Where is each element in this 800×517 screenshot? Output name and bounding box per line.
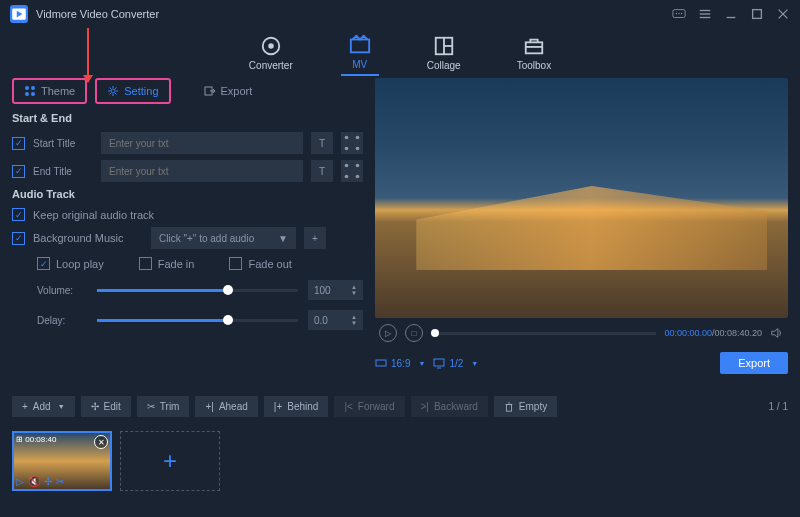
label-start-title: Start Title <box>33 138 93 149</box>
mv-icon <box>349 34 371 56</box>
checkbox-loop[interactable] <box>37 257 50 270</box>
svg-point-27 <box>345 136 349 140</box>
video-thumbnail[interactable]: ⊞ 00:08:40 ✕ ▷ 🔇 ✢ ✂ <box>12 431 112 491</box>
svg-point-29 <box>345 147 349 151</box>
chevron-down-icon: ▼ <box>418 360 425 367</box>
svg-point-28 <box>356 136 360 140</box>
label-end-title: End Title <box>33 166 93 177</box>
export-button[interactable]: Export <box>720 352 788 374</box>
label-volume: Volume: <box>37 285 87 296</box>
thumb-mute-icon[interactable]: 🔇 <box>28 476 40 487</box>
titlebar: Vidmore Video Converter <box>0 0 800 28</box>
feedback-icon[interactable] <box>672 7 686 21</box>
checkbox-fadein[interactable] <box>139 257 152 270</box>
forward-icon: |< <box>344 401 352 412</box>
thumb-edit-icon[interactable]: ✢ <box>44 476 52 487</box>
add-video-button[interactable]: + <box>120 431 220 491</box>
tab-toolbox[interactable]: Toolbox <box>509 31 559 75</box>
behind-icon: |+ <box>274 401 282 412</box>
minimize-icon[interactable] <box>724 7 738 21</box>
text-options-button[interactable] <box>341 132 363 154</box>
app-logo-icon <box>10 5 28 23</box>
time-display: 00:00:00.00/00:08:40.20 <box>664 328 762 338</box>
spinner-volume[interactable]: 100 ▲▼ <box>308 280 363 300</box>
tab-collage[interactable]: Collage <box>419 31 469 75</box>
svg-rect-10 <box>753 10 762 19</box>
plus-icon: + <box>22 401 28 412</box>
volume-icon[interactable] <box>770 326 784 340</box>
dropdown-bg-music[interactable]: Click "+" to add audio ▼ <box>151 227 296 249</box>
collage-icon <box>433 35 455 57</box>
aspect-ratio-selector[interactable]: 16:9 ▼ <box>375 357 425 369</box>
edit-button[interactable]: ✢Edit <box>81 396 131 417</box>
input-end-title[interactable] <box>101 160 303 182</box>
svg-rect-19 <box>526 42 543 53</box>
slider-delay[interactable] <box>97 319 298 322</box>
converter-icon <box>260 35 282 57</box>
slider-volume[interactable] <box>97 289 298 292</box>
add-button[interactable]: +Add▼ <box>12 396 75 417</box>
thumb-play-icon[interactable]: ▷ <box>16 476 24 487</box>
thumbnail-strip: ⊞ 00:08:40 ✕ ▷ 🔇 ✢ ✂ + <box>0 425 800 497</box>
display-icon <box>433 357 445 369</box>
checkbox-start-title[interactable] <box>12 137 25 150</box>
stop-button[interactable]: □ <box>405 324 423 342</box>
subtab-theme[interactable]: Theme <box>12 78 87 104</box>
svg-point-23 <box>25 92 29 96</box>
add-audio-button[interactable]: + <box>304 227 326 249</box>
subtab-setting[interactable]: Setting <box>95 78 170 104</box>
input-start-title[interactable] <box>101 132 303 154</box>
scissors-icon: ✂ <box>147 401 155 412</box>
main-tabs: Converter MV Collage Toolbox <box>0 28 800 78</box>
checkbox-bg-music[interactable] <box>12 232 25 245</box>
backward-icon: >| <box>421 401 429 412</box>
toolbox-icon <box>523 35 545 57</box>
close-icon[interactable] <box>776 7 790 21</box>
svg-point-4 <box>678 13 679 14</box>
video-preview <box>375 78 788 318</box>
svg-rect-35 <box>376 360 386 366</box>
behind-button[interactable]: |+Behind <box>264 396 329 417</box>
settings-panel: Theme Setting Export Start & End Start T… <box>0 78 375 388</box>
aspect-icon <box>375 357 387 369</box>
play-button[interactable]: ▷ <box>379 324 397 342</box>
section-start-end: Start & End <box>12 112 363 124</box>
svg-point-5 <box>681 13 682 14</box>
export-icon <box>204 85 216 97</box>
svg-point-33 <box>345 175 349 179</box>
svg-point-24 <box>31 92 35 96</box>
text-options-button-2[interactable] <box>341 160 363 182</box>
ahead-button[interactable]: +|Ahead <box>195 396 257 417</box>
seek-bar[interactable] <box>431 332 656 335</box>
svg-rect-15 <box>351 40 369 53</box>
wand-icon: ✢ <box>91 401 99 412</box>
text-style-button[interactable]: T <box>311 132 333 154</box>
text-style-button-2[interactable]: T <box>311 160 333 182</box>
theme-icon <box>24 85 36 97</box>
page-selector[interactable]: 1/2 ▼ <box>433 357 478 369</box>
tab-converter[interactable]: Converter <box>241 31 301 75</box>
forward-button[interactable]: |<Forward <box>334 396 404 417</box>
menu-icon[interactable] <box>698 7 712 21</box>
thumb-remove-button[interactable]: ✕ <box>94 435 108 449</box>
svg-point-21 <box>25 86 29 90</box>
spinner-delay[interactable]: 0.0 ▲▼ <box>308 310 363 330</box>
svg-point-14 <box>268 43 274 49</box>
thumb-trim-icon[interactable]: ✂ <box>56 476 64 487</box>
checkbox-keep-original[interactable] <box>12 208 25 221</box>
maximize-icon[interactable] <box>750 7 764 21</box>
section-audio-track: Audio Track <box>12 188 363 200</box>
backward-button[interactable]: >|Backward <box>411 396 488 417</box>
svg-point-22 <box>31 86 35 90</box>
trim-button[interactable]: ✂Trim <box>137 396 190 417</box>
empty-button[interactable]: Empty <box>494 396 557 417</box>
checkbox-end-title[interactable] <box>12 165 25 178</box>
svg-point-34 <box>356 175 360 179</box>
subtab-export[interactable]: Export <box>194 80 263 102</box>
label-delay: Delay: <box>37 315 87 326</box>
svg-point-32 <box>356 164 360 168</box>
tab-mv[interactable]: MV <box>341 30 379 76</box>
label-keep-original: Keep original audio track <box>33 209 154 221</box>
chevron-down-icon: ▼ <box>471 360 478 367</box>
checkbox-fadeout[interactable] <box>229 257 242 270</box>
